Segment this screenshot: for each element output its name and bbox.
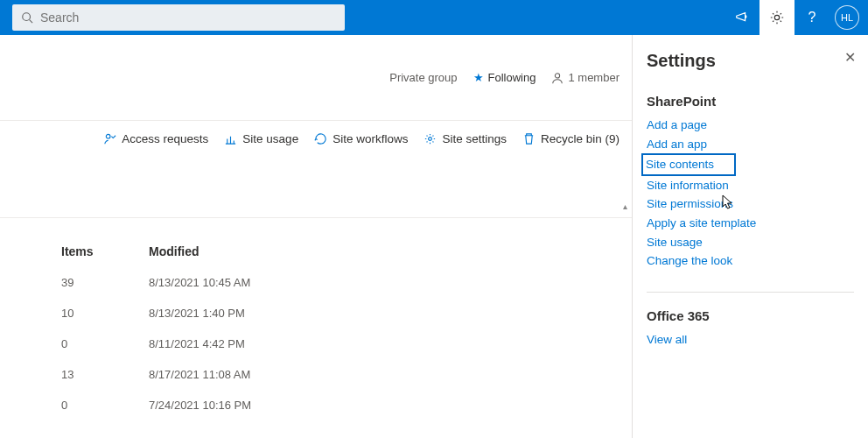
access-icon bbox=[103, 132, 116, 145]
panel-divider bbox=[647, 292, 854, 293]
megaphone-icon bbox=[734, 10, 750, 25]
sharepoint-heading: SharePoint bbox=[647, 94, 854, 109]
svg-point-0 bbox=[23, 13, 31, 21]
recycle-icon bbox=[522, 132, 536, 145]
cmd-settings-label: Site settings bbox=[442, 132, 507, 145]
site-meta-bar: Private group ★ Following 1 member bbox=[0, 35, 632, 121]
svg-point-2 bbox=[774, 15, 779, 19]
cell-modified: 8/17/2021 11:08 AM bbox=[149, 368, 620, 381]
cmd-site-usage[interactable]: Site usage bbox=[224, 132, 298, 145]
settings-icon bbox=[424, 132, 437, 145]
divider bbox=[0, 217, 632, 218]
link-apply-template[interactable]: Apply a site template bbox=[647, 214, 854, 233]
svg-point-3 bbox=[556, 73, 560, 77]
cell-items: 10 bbox=[61, 307, 149, 320]
table-row[interactable]: 398/13/2021 10:45 AM bbox=[61, 267, 620, 298]
megaphone-button[interactable] bbox=[724, 0, 760, 35]
command-bar: Access requests Site usage Site workflow… bbox=[0, 121, 632, 156]
sharepoint-links: Add a page Add an app Site contents Site… bbox=[647, 116, 854, 271]
link-add-page[interactable]: Add a page bbox=[647, 116, 854, 135]
cmd-workflows-label: Site workflows bbox=[332, 132, 408, 145]
cell-items: 0 bbox=[61, 399, 149, 412]
search-box[interactable] bbox=[12, 4, 345, 31]
workflow-icon bbox=[314, 132, 327, 145]
search-icon bbox=[21, 11, 33, 24]
cell-modified: 8/11/2021 4:42 PM bbox=[149, 337, 620, 350]
help-button[interactable]: ? bbox=[794, 0, 830, 35]
cell-items: 13 bbox=[61, 368, 149, 381]
svg-line-1 bbox=[30, 20, 33, 24]
link-view-all[interactable]: View all bbox=[647, 330, 854, 350]
main-area: Private group ★ Following 1 member Acces… bbox=[0, 35, 632, 438]
col-items-header[interactable]: Items bbox=[61, 244, 149, 258]
settings-panel: ✕ Settings SharePoint Add a page Add an … bbox=[632, 35, 868, 438]
usage-icon bbox=[224, 132, 237, 145]
members-label: 1 member bbox=[568, 71, 620, 84]
content-table: Items Modified 398/13/2021 10:45 AM108/1… bbox=[0, 236, 632, 420]
person-icon bbox=[551, 72, 564, 84]
cmd-site-workflows[interactable]: Site workflows bbox=[314, 132, 408, 145]
following-label: Following bbox=[488, 71, 536, 84]
scroll-up-arrow[interactable]: ▴ bbox=[623, 201, 627, 211]
office365-links: View all bbox=[647, 330, 854, 350]
cell-items: 39 bbox=[61, 276, 149, 289]
panel-title: Settings bbox=[647, 51, 854, 71]
cmd-usage-label: Site usage bbox=[242, 132, 298, 145]
help-icon: ? bbox=[808, 10, 816, 25]
table-row[interactable]: 138/17/2021 11:08 AM bbox=[61, 359, 620, 390]
avatar[interactable]: HL bbox=[835, 5, 859, 30]
cell-items: 0 bbox=[61, 337, 149, 350]
cmd-access-label: Access requests bbox=[122, 132, 208, 145]
gear-icon bbox=[769, 10, 785, 25]
link-site-information[interactable]: Site information bbox=[647, 176, 854, 195]
svg-point-5 bbox=[429, 137, 432, 140]
cmd-access-requests[interactable]: Access requests bbox=[103, 132, 208, 145]
cmd-site-settings[interactable]: Site settings bbox=[424, 132, 507, 145]
members-link[interactable]: 1 member bbox=[551, 71, 620, 84]
search-input[interactable] bbox=[40, 11, 336, 25]
cmd-recycle-label: Recycle bin (9) bbox=[541, 132, 620, 145]
office365-heading: Office 365 bbox=[647, 308, 854, 323]
group-privacy: Private group bbox=[389, 71, 457, 84]
close-icon: ✕ bbox=[844, 50, 856, 65]
close-button[interactable]: ✕ bbox=[844, 49, 856, 66]
link-add-app[interactable]: Add an app bbox=[647, 135, 854, 154]
cell-modified: 7/24/2021 10:16 PM bbox=[149, 399, 620, 412]
cmd-recycle-bin[interactable]: Recycle bin (9) bbox=[522, 132, 620, 145]
following-toggle[interactable]: ★ Following bbox=[473, 71, 536, 84]
table-row[interactable]: 08/11/2021 4:42 PM bbox=[61, 328, 620, 359]
table-row[interactable]: 108/13/2021 1:40 PM bbox=[61, 298, 620, 328]
table-row[interactable]: 07/24/2021 10:16 PM bbox=[61, 390, 620, 420]
link-site-permissions[interactable]: Site permissions bbox=[647, 194, 854, 214]
top-bar: ? HL bbox=[0, 0, 868, 35]
cell-modified: 8/13/2021 10:45 AM bbox=[149, 276, 620, 289]
link-site-contents[interactable]: Site contents bbox=[641, 153, 736, 176]
avatar-initials: HL bbox=[841, 12, 853, 23]
link-change-look[interactable]: Change the look bbox=[647, 251, 854, 271]
link-site-usage[interactable]: Site usage bbox=[647, 233, 854, 252]
star-icon: ★ bbox=[473, 71, 484, 84]
table-header: Items Modified bbox=[61, 236, 620, 267]
cell-modified: 8/13/2021 1:40 PM bbox=[149, 307, 620, 320]
settings-button[interactable] bbox=[760, 0, 794, 35]
col-modified-header[interactable]: Modified bbox=[149, 244, 620, 258]
svg-point-4 bbox=[107, 134, 111, 138]
